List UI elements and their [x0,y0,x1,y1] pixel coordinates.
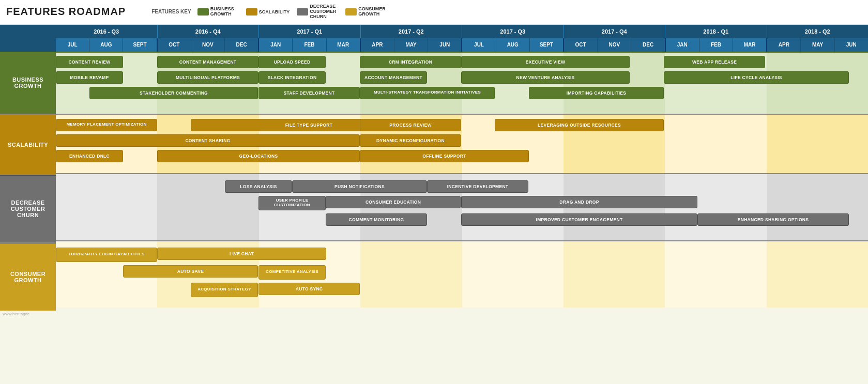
quarter-2017q2: 2017 - Q2 [361,25,463,38]
month-jan1: JAN [259,38,293,52]
header: FEATURES ROADMAP FEATURES KEY BUSINESS G… [0,0,868,25]
legend-business-label: BUSINESS GROWTH [210,7,239,17]
scalability-color-box [246,8,257,16]
row-label-scalability: SCALABILITY [0,115,56,174]
bar-acquisition: ACQUISITION STRATEGY [191,283,258,297]
row-label-consumer: CONSUMER GROWTH [0,243,56,311]
bar-auto-sync: AUTO SYNC [258,283,360,295]
bar-process-review: PROCESS REVIEW [360,119,461,131]
quarter-headers: 2016 - Q3 2016 - Q4 2017 - Q1 2017 - Q2 … [56,25,868,38]
bar-consumer-ed: CONSUMER EDUCATION [326,196,461,208]
bar-competitive: COMPETITIVE ANALYSIS [258,265,326,280]
bar-multi-strategy: MULTI-STRATEGY TRANSFORMATION INITIATIVE… [360,87,495,99]
month-mar1: MAR [327,38,361,52]
month-jan2: JAN [666,38,699,52]
content-area: CONTENT REVIEW MOBILE REVAMP STAKEHOLDER… [56,52,868,308]
month-may3: MAY [801,38,834,52]
consumer-color-box [345,8,357,16]
roadmap-page: { "title": "FEATURES ROADMAP", "legend":… [0,0,868,384]
bar-dynamic-reconfig: DYNAMIC RECONFIGURATION [360,134,461,147]
bar-enhanced-dnlc: ENHANCED DNLC [56,150,123,162]
month-oct2: OCT [564,38,598,52]
legend-consumer-label: CONSUMER GROWTH [358,7,387,17]
month-apr2: APR [767,38,801,52]
month-jun1: JUN [428,38,462,52]
month-jul: JUL [56,38,89,52]
bar-drag-drop: DRAG AND DROP [461,196,697,208]
bar-comment-monitoring: COMMENT MONITORING [326,213,427,226]
bar-executive-view: EXECUTIVE VIEW [461,56,630,68]
bar-loss-analysis: LOSS ANALYSIS [225,180,292,193]
month-mar2: MAR [733,38,767,52]
month-sep: SEPT [123,38,157,52]
bar-web-app: WEB APP RELEASE [664,56,765,68]
bar-third-party-login: THIRD-PARTY LOGIN CAPABILITIES [56,248,157,262]
bar-content-sharing: CONTENT SHARING [56,134,360,147]
features-key-label: FEATURES KEY [151,9,191,14]
legend: FEATURES KEY BUSINESS GROWTH SCALABILITY… [151,4,387,20]
decrease-color-box [297,8,308,16]
quarter-2018q2: 2018 - Q2 [767,25,869,38]
month-nov: NOV [191,38,225,52]
legend-decrease-label: DECREASE CUSTOMER CHURN [310,4,338,20]
month-oct: OCT [158,38,191,52]
bar-crm: CRM INTEGRATION [360,56,461,68]
quarter-2017q3: 2017 - Q3 [462,25,564,38]
page-title: FEATURES ROADMAP [6,6,126,18]
quarter-2018q1: 2018 - Q1 [665,25,767,38]
bar-content-mgmt: CONTENT MANAGEMENT [157,56,258,68]
bar-mobile-revamp: MOBILE REVAMP [56,71,123,84]
bar-upload-speed: UPLOAD SPEED [258,56,326,68]
bar-lifecycle: LIFE CYCLE ANALYSIS [664,71,849,84]
bar-content-review: CONTENT REVIEW [56,56,123,68]
legend-item-scalability: SCALABILITY [246,8,290,16]
bar-geo: GEO-LOCATIONS [157,150,360,162]
bar-importing: IMPORTING CAPABILITIES [529,87,664,99]
bar-push-notif: PUSH NOTIFICATIONS [292,180,427,193]
business-color-box [197,8,209,16]
month-feb2: FEB [699,38,733,52]
quarter-2017q1: 2017 - Q1 [259,25,361,38]
month-headers: JUL AUG SEPT OCT NOV DEC JAN FEB MAR APR… [56,38,868,52]
watermark: www.heritagec... [0,311,868,317]
month-nov2: NOV [598,38,631,52]
month-aug: AUG [89,38,123,52]
row-label-business: BUSINESS GROWTH [0,52,56,114]
month-jun3: JUN [835,38,868,52]
bar-offline: OFFLINE SUPPORT [360,150,529,162]
bar-multilingual: MULTILINGUAL PLATFORMS [157,71,258,84]
bar-memory: MEMORY PLACEMENT OPTIMIZATION [56,119,157,131]
bar-user-profile: USER PROFILE CUSTOMIZATION [258,196,326,210]
bar-staff-dev: STAFF DEVELOPMENT [258,87,360,99]
month-apr1: APR [361,38,394,52]
month-sep2: SEPT [530,38,564,52]
roadmap-container: BUSINESS GROWTH SCALABILITY DECREASE CUS… [0,25,868,311]
month-jul2: JUL [462,38,496,52]
row-labels-column: BUSINESS GROWTH SCALABILITY DECREASE CUS… [0,25,56,311]
bar-new-venture: NEW VENTURE ANALYSIS [461,71,630,84]
month-aug2: AUG [496,38,530,52]
bar-live-chat: LIVE CHAT [157,248,326,260]
grid-content: 2016 - Q3 2016 - Q4 2017 - Q1 2017 - Q2 … [56,25,868,311]
bar-improved-engagement: IMPROVED CUSTOMER ENGAGEMENT [461,213,697,226]
legend-item-business: BUSINESS GROWTH [197,7,239,17]
legend-item-decrease: DECREASE CUSTOMER CHURN [297,4,338,20]
month-may1: MAY [394,38,428,52]
bar-auto-save: AUTO SAVE [123,265,258,278]
bar-account-mgmt: ACCOUNT MANAGEMENT [360,71,427,84]
bar-slack: SLACK INTEGRATION [258,71,326,84]
row-label-decrease: DECREASE CUSTOMER CHURN [0,175,56,242]
bar-incentive: INCENTIVE DEVELOPMENT [427,180,528,193]
legend-item-consumer: CONSUMER GROWTH [345,7,387,17]
bar-stakeholder: STAKEHOLDER COMMENTING [89,87,258,99]
month-feb1: FEB [293,38,326,52]
quarter-2016q3: 2016 - Q3 [56,25,158,38]
month-dec: DEC [225,38,259,52]
quarter-2017q4: 2017 - Q4 [564,25,666,38]
bar-leveraging: LEVERAGING OUTSIDE RESOURCES [495,119,664,131]
quarter-2016q4: 2016 - Q4 [158,25,260,38]
legend-scalability-label: SCALABILITY [259,9,290,14]
bar-enhanced-sharing: ENHANCED SHARING OPTIONS [697,213,849,226]
month-dec2: DEC [631,38,665,52]
